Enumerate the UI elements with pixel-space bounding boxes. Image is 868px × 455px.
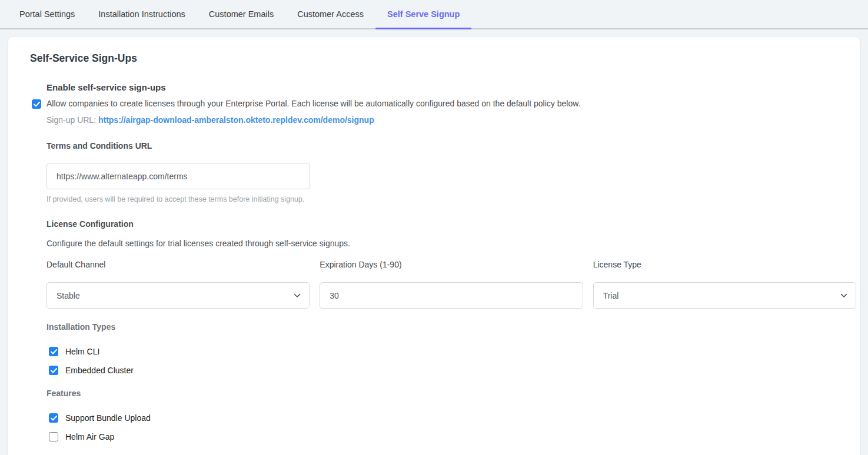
feature-support-bundle-upload[interactable]: Support Bundle Upload: [49, 413, 856, 423]
signup-url-link[interactable]: https://airgap-download-amberalston.okte…: [98, 115, 374, 125]
signup-url-label: Sign-up URL:: [46, 115, 96, 125]
features-heading: Features: [46, 389, 856, 398]
default-channel-label: Default Channel: [46, 260, 310, 269]
license-type-select[interactable]: Trial: [593, 282, 856, 309]
features-section: Features Support Bundle Upload: [46, 389, 856, 441]
feature-helm-air-gap[interactable]: Helm Air Gap: [49, 432, 856, 441]
tab-portal-settings[interactable]: Portal Settings: [8, 0, 87, 28]
tab-customer-emails[interactable]: Customer Emails: [197, 0, 285, 28]
license-type-field: License Type Trial: [593, 260, 856, 309]
embedded-cluster-checkbox[interactable]: [49, 366, 58, 375]
default-channel-select[interactable]: Stable: [46, 282, 310, 309]
license-configuration-heading: License Configuration: [46, 219, 856, 229]
option-label: Embedded Cluster: [65, 366, 134, 375]
signup-url-line: Sign-up URL: https://airgap-download-amb…: [46, 115, 856, 125]
installation-types-section: Installation Types Helm CLI: [46, 322, 856, 375]
check-icon: [34, 102, 40, 107]
terms-url-label: Terms and Conditions URL: [46, 141, 856, 150]
installation-type-helm-cli[interactable]: Helm CLI: [49, 347, 856, 356]
license-configuration-section: License Configuration Configure the defa…: [46, 219, 856, 309]
installation-type-embedded-cluster[interactable]: Embedded Cluster: [49, 366, 856, 375]
tab-installation-instructions[interactable]: Installation Instructions: [87, 0, 197, 28]
check-icon: [51, 349, 57, 354]
option-label: Helm Air Gap: [65, 432, 114, 441]
license-configuration-description: Configure the default settings for trial…: [46, 239, 856, 248]
option-label: Support Bundle Upload: [65, 413, 151, 423]
settings-tab-bar: Portal Settings Installation Instruction…: [0, 0, 868, 29]
expiration-days-label: Expiration Days (1-90): [320, 260, 583, 269]
default-channel-field: Default Channel Stable: [46, 260, 310, 309]
option-label: Helm CLI: [65, 347, 99, 356]
installation-types-heading: Installation Types: [46, 322, 856, 332]
license-config-grid: Default Channel Stable Expiration Da: [46, 260, 856, 309]
check-icon: [51, 368, 57, 373]
support-bundle-upload-checkbox[interactable]: [49, 413, 58, 423]
tab-self-serve-signup[interactable]: Self Serve Signup: [375, 0, 471, 28]
tab-customer-access[interactable]: Customer Access: [285, 0, 375, 28]
check-icon: [51, 416, 57, 421]
terms-helper-text: If provided, users will be required to a…: [46, 195, 856, 203]
enable-signups-description: Allow companies to create licenses throu…: [46, 99, 580, 108]
terms-url-input[interactable]: [46, 163, 310, 189]
helm-air-gap-checkbox[interactable]: [49, 432, 58, 441]
panel-content: Enable self-service sign-ups Allow compa…: [46, 82, 856, 441]
self-serve-signup-panel: Self-Service Sign-Ups Enable self-servic…: [8, 37, 860, 455]
enable-signups-checkbox[interactable]: [32, 99, 41, 109]
helm-cli-checkbox[interactable]: [49, 347, 58, 356]
terms-section: Terms and Conditions URL If provided, us…: [46, 141, 856, 203]
enable-signups-section: Enable self-service sign-ups Allow compa…: [46, 82, 856, 125]
expiration-days-input[interactable]: [320, 282, 583, 309]
enable-signups-checkbox-row[interactable]: Allow companies to create licenses throu…: [32, 99, 856, 109]
page-title: Self-Service Sign-Ups: [30, 52, 847, 65]
enable-signups-heading: Enable self-service sign-ups: [46, 82, 856, 92]
expiration-days-field: Expiration Days (1-90): [320, 260, 583, 309]
license-type-label: License Type: [593, 260, 856, 269]
